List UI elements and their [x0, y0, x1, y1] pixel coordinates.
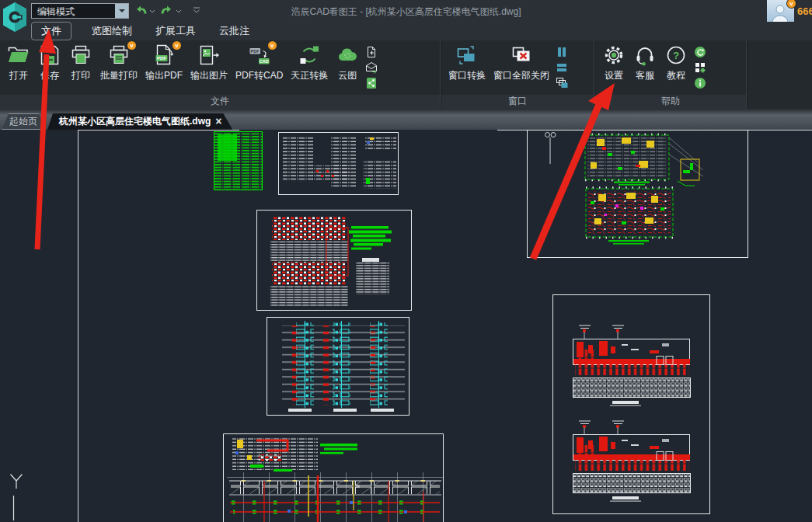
cad-green-table [214, 132, 263, 190]
ribbon-group-help-label: 帮助 [595, 95, 746, 109]
svg-text:CAD: CAD [259, 59, 268, 64]
chevron-down-icon [176, 9, 182, 13]
window-switch-icon [455, 44, 479, 68]
cad-sheet-riser-diagram [267, 318, 409, 416]
tab-active-drawing-label: 杭州某小区高层住宅楼电气图纸.dwg [59, 115, 211, 128]
redo-dropdown-chevron[interactable] [176, 9, 182, 13]
ribbon-group-file-buttons: 打开 保存 [0, 40, 441, 96]
window-group-mini-buttons [553, 44, 570, 89]
gstarcad-logo-icon [2, 2, 27, 33]
ribbon-group-window: 窗口转换 窗口全部关闭 [441, 40, 595, 109]
vip-badge: v [127, 41, 136, 50]
tianzheng-convert-icon [298, 44, 321, 68]
batch-print-button-label: 批量打印 [100, 71, 138, 81]
new-drawing-icon[interactable] [365, 46, 378, 58]
svg-text:?: ? [673, 50, 679, 61]
tab-close-icon[interactable]: × [215, 115, 221, 127]
tutorial-button[interactable]: ? 教程 [660, 44, 692, 81]
cascade-windows-icon[interactable] [556, 77, 568, 89]
ribbon-group-file: 打开 保存 [0, 40, 441, 109]
share-icon[interactable] [365, 77, 378, 89]
window-switch-button-label: 窗口转换 [448, 71, 486, 81]
tianzheng-convert-button-label: 天正转换 [291, 71, 328, 81]
close-all-windows-button-label: 窗口全部关闭 [493, 71, 549, 81]
export-pdf-icon: PDF v [152, 44, 176, 68]
cloud-drawing-button-label: 云图 [338, 71, 357, 81]
export-image-button[interactable]: 输出图片 [186, 44, 232, 81]
settings-gear-icon [602, 44, 626, 68]
tutorial-button-label: 教程 [667, 71, 685, 81]
edit-mode-value: 编辑模式 [37, 6, 75, 17]
collapse-ribbon-button[interactable] [193, 7, 200, 13]
tile-horizontal-icon[interactable] [556, 61, 568, 74]
close-all-windows-icon [510, 44, 533, 68]
export-pdf-button[interactable]: PDF v 输出PDF [141, 44, 186, 81]
dropdown-arrow-icon[interactable] [115, 4, 128, 18]
undo-button[interactable] [135, 5, 148, 16]
user-id-text: 666 [797, 5, 812, 17]
document-tab-bar: 起始页 杭州某小区高层住宅楼电气图纸.dwg × [0, 109, 812, 130]
help-group-mini-buttons [692, 44, 708, 89]
svg-text:PDF: PDF [250, 49, 260, 54]
pdf-to-cad-button[interactable]: PDF CAD v PDF转CAD [232, 44, 287, 81]
grid-axis-marker [545, 133, 556, 165]
ribbon-group-help: 设置 客服 ? [595, 40, 748, 109]
cad-canvas[interactable] [0, 130, 812, 522]
close-all-windows-button[interactable]: 窗口全部关闭 [490, 44, 553, 81]
cad-drawing-area [0, 130, 812, 522]
cad-sheet-distribution-diagrams [553, 295, 710, 514]
settings-button[interactable]: 设置 [598, 44, 629, 81]
ribbon-group-help-buttons: 设置 客服 ? [595, 40, 747, 96]
menu-tab-cloud-annotation[interactable]: 云批注 [216, 23, 253, 40]
save-floppy-icon [38, 44, 61, 68]
about-info-icon[interactable] [694, 77, 706, 89]
ribbon-group-window-buttons: 窗口转换 窗口全部关闭 [441, 40, 594, 96]
export-image-button-label: 输出图片 [190, 71, 228, 81]
print-button[interactable]: 打印 [65, 44, 96, 81]
batch-print-button[interactable]: v 批量打印 [96, 44, 141, 81]
menu-tab-view-draw[interactable]: 览图绘制 [89, 23, 135, 40]
tutorial-icon: ? [664, 44, 688, 68]
menu-tab-extended-tools[interactable]: 扩展工具 [152, 23, 199, 40]
more-apps-icon[interactable] [694, 61, 706, 74]
save-button-label: 保存 [40, 71, 59, 81]
vip-badge: v [268, 41, 277, 50]
send-mail-icon[interactable] [365, 61, 378, 74]
tianzheng-convert-button[interactable]: 天正转换 [287, 44, 332, 81]
save-button[interactable]: 保存 [34, 44, 65, 81]
vip-badge: v [173, 41, 181, 50]
print-button-label: 打印 [71, 71, 90, 81]
tab-active-drawing[interactable]: 杭州某小区高层住宅楼电气图纸.dwg × [47, 113, 232, 130]
cloud-drawing-button[interactable]: 云图 [332, 44, 363, 81]
customer-service-button[interactable]: 客服 [629, 44, 660, 81]
tab-start-page[interactable]: 起始页 [2, 113, 45, 130]
customer-service-icon [633, 44, 657, 68]
file-group-mini-buttons [363, 44, 379, 89]
vip-badge: v [787, 0, 796, 8]
ucs-axis-icon [11, 475, 23, 521]
chevron-down-icon [149, 9, 155, 13]
menu-tab-file[interactable]: 文件 [31, 22, 71, 40]
cad-sheet-notes [279, 133, 399, 195]
tile-vertical-icon[interactable] [556, 46, 568, 58]
redo-icon [160, 5, 173, 16]
open-button[interactable]: 打开 [3, 44, 34, 81]
open-button-label: 打开 [9, 71, 28, 81]
cad-sheet-schedules [257, 211, 412, 311]
cad-sheet-floor-plan-bottom [224, 434, 444, 522]
undo-dropdown-chevron[interactable] [149, 9, 155, 13]
export-pdf-button-label: 输出PDF [145, 71, 183, 81]
user-icon [771, 3, 789, 23]
edit-mode-select[interactable]: 编辑模式 [31, 3, 129, 19]
sheet-boundary-lines [78, 130, 812, 522]
ribbon-spacer [748, 40, 812, 109]
redo-button[interactable] [160, 5, 173, 16]
check-update-icon[interactable] [694, 46, 706, 58]
open-folder-icon [7, 44, 30, 68]
window-switch-button[interactable]: 窗口转换 [444, 44, 490, 81]
app-logo [2, 2, 27, 33]
ribbon-group-window-label: 窗口 [441, 95, 594, 109]
printer-icon [69, 44, 92, 68]
window-title: 浩辰CAD看图王 - [杭州某小区高层住宅楼电气图纸.dwg] [291, 5, 521, 19]
customer-service-button-label: 客服 [636, 71, 654, 81]
